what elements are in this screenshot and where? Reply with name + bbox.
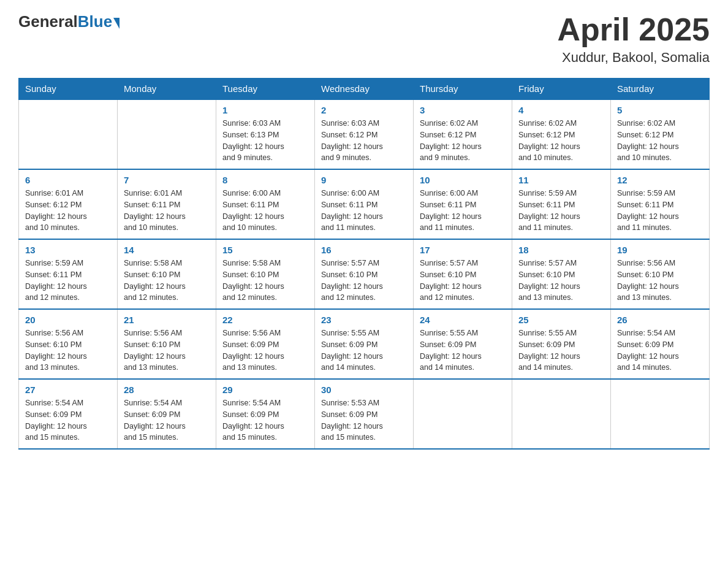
day-number-29: 29 [222, 385, 308, 395]
day-info-7: Sunrise: 6:01 AM Sunset: 6:11 PM Dayligh… [124, 188, 210, 234]
col-saturday: Saturday [611, 79, 710, 100]
day-number-1: 1 [222, 105, 308, 115]
day-number-27: 27 [25, 385, 111, 395]
day-number-8: 8 [222, 175, 308, 185]
day-info-24: Sunrise: 5:55 AM Sunset: 6:09 PM Dayligh… [420, 327, 506, 373]
day-number-14: 14 [124, 245, 210, 255]
day-number-22: 22 [222, 315, 308, 325]
calendar-cell-w1-d1 [118, 99, 216, 169]
calendar-cell-w1-d6: 5Sunrise: 6:02 AM Sunset: 6:12 PM Daylig… [611, 99, 710, 169]
calendar-cell-w4-d3: 23Sunrise: 5:55 AM Sunset: 6:09 PM Dayli… [315, 309, 414, 379]
day-info-25: Sunrise: 5:55 AM Sunset: 6:09 PM Dayligh… [518, 327, 604, 373]
day-info-16: Sunrise: 5:57 AM Sunset: 6:10 PM Dayligh… [321, 258, 407, 304]
day-number-11: 11 [518, 175, 604, 185]
calendar-cell-w2-d2: 8Sunrise: 6:00 AM Sunset: 6:11 PM Daylig… [216, 169, 315, 239]
day-info-2: Sunrise: 6:03 AM Sunset: 6:12 PM Dayligh… [321, 118, 407, 164]
calendar-week-row-5: 27Sunrise: 5:54 AM Sunset: 6:09 PM Dayli… [19, 379, 710, 449]
col-thursday: Thursday [414, 79, 512, 100]
calendar-cell-w4-d4: 24Sunrise: 5:55 AM Sunset: 6:09 PM Dayli… [414, 309, 512, 379]
day-info-15: Sunrise: 5:58 AM Sunset: 6:10 PM Dayligh… [222, 258, 308, 304]
calendar-cell-w4-d2: 22Sunrise: 5:56 AM Sunset: 6:09 PM Dayli… [216, 309, 315, 379]
day-number-12: 12 [617, 175, 703, 185]
location-subtitle: Xuddur, Bakool, Somalia [557, 50, 710, 66]
day-number-20: 20 [25, 315, 111, 325]
calendar-cell-w1-d2: 1Sunrise: 6:03 AM Sunset: 6:13 PM Daylig… [216, 99, 315, 169]
calendar-cell-w1-d5: 4Sunrise: 6:02 AM Sunset: 6:12 PM Daylig… [512, 99, 611, 169]
logo-blue-text: Blue [78, 12, 112, 31]
day-number-28: 28 [124, 385, 210, 395]
calendar-cell-w3-d0: 13Sunrise: 5:59 AM Sunset: 6:11 PM Dayli… [19, 239, 118, 309]
day-info-17: Sunrise: 5:57 AM Sunset: 6:10 PM Dayligh… [420, 258, 506, 304]
calendar-cell-w3-d6: 19Sunrise: 5:56 AM Sunset: 6:10 PM Dayli… [611, 239, 710, 309]
calendar-week-row-2: 6Sunrise: 6:01 AM Sunset: 6:12 PM Daylig… [19, 169, 710, 239]
day-info-6: Sunrise: 6:01 AM Sunset: 6:12 PM Dayligh… [25, 188, 111, 234]
calendar-cell-w5-d4 [414, 379, 512, 449]
day-info-3: Sunrise: 6:02 AM Sunset: 6:12 PM Dayligh… [420, 118, 506, 164]
day-number-7: 7 [124, 175, 210, 185]
day-number-25: 25 [518, 315, 604, 325]
col-monday: Monday [118, 79, 216, 100]
day-info-18: Sunrise: 5:57 AM Sunset: 6:10 PM Dayligh… [518, 258, 604, 304]
day-number-13: 13 [25, 245, 111, 255]
day-info-21: Sunrise: 5:56 AM Sunset: 6:10 PM Dayligh… [124, 327, 210, 373]
col-wednesday: Wednesday [315, 79, 414, 100]
day-info-9: Sunrise: 6:00 AM Sunset: 6:11 PM Dayligh… [321, 188, 407, 234]
calendar-week-row-1: 1Sunrise: 6:03 AM Sunset: 6:13 PM Daylig… [19, 99, 710, 169]
day-info-11: Sunrise: 5:59 AM Sunset: 6:11 PM Dayligh… [518, 188, 604, 234]
calendar-cell-w2-d0: 6Sunrise: 6:01 AM Sunset: 6:12 PM Daylig… [19, 169, 118, 239]
title-section: April 2025 Xuddur, Bakool, Somalia [557, 12, 710, 66]
calendar-cell-w4-d0: 20Sunrise: 5:56 AM Sunset: 6:10 PM Dayli… [19, 309, 118, 379]
col-sunday: Sunday [19, 79, 118, 100]
calendar-week-row-3: 13Sunrise: 5:59 AM Sunset: 6:11 PM Dayli… [19, 239, 710, 309]
calendar-cell-w5-d3: 30Sunrise: 5:53 AM Sunset: 6:09 PM Dayli… [315, 379, 414, 449]
calendar-cell-w5-d6 [611, 379, 710, 449]
day-info-20: Sunrise: 5:56 AM Sunset: 6:10 PM Dayligh… [25, 327, 111, 373]
calendar-header-row: Sunday Monday Tuesday Wednesday Thursday… [19, 79, 710, 100]
day-info-4: Sunrise: 6:02 AM Sunset: 6:12 PM Dayligh… [518, 118, 604, 164]
calendar-cell-w5-d2: 29Sunrise: 5:54 AM Sunset: 6:09 PM Dayli… [216, 379, 315, 449]
day-info-14: Sunrise: 5:58 AM Sunset: 6:10 PM Dayligh… [124, 258, 210, 304]
calendar-cell-w2-d3: 9Sunrise: 6:00 AM Sunset: 6:11 PM Daylig… [315, 169, 414, 239]
day-number-19: 19 [617, 245, 703, 255]
calendar-cell-w1-d3: 2Sunrise: 6:03 AM Sunset: 6:12 PM Daylig… [315, 99, 414, 169]
calendar-cell-w5-d0: 27Sunrise: 5:54 AM Sunset: 6:09 PM Dayli… [19, 379, 118, 449]
day-number-10: 10 [420, 175, 506, 185]
calendar-cell-w5-d1: 28Sunrise: 5:54 AM Sunset: 6:09 PM Dayli… [118, 379, 216, 449]
day-info-8: Sunrise: 6:00 AM Sunset: 6:11 PM Dayligh… [222, 188, 308, 234]
calendar-cell-w3-d4: 17Sunrise: 5:57 AM Sunset: 6:10 PM Dayli… [414, 239, 512, 309]
calendar-cell-w3-d5: 18Sunrise: 5:57 AM Sunset: 6:10 PM Dayli… [512, 239, 611, 309]
calendar-week-row-4: 20Sunrise: 5:56 AM Sunset: 6:10 PM Dayli… [19, 309, 710, 379]
day-info-19: Sunrise: 5:56 AM Sunset: 6:10 PM Dayligh… [617, 258, 703, 304]
day-number-2: 2 [321, 105, 407, 115]
logo-general-text: General [18, 12, 78, 31]
calendar-cell-w1-d4: 3Sunrise: 6:02 AM Sunset: 6:12 PM Daylig… [414, 99, 512, 169]
day-number-6: 6 [25, 175, 111, 185]
calendar-cell-w1-d0 [19, 99, 118, 169]
day-info-1: Sunrise: 6:03 AM Sunset: 6:13 PM Dayligh… [222, 118, 308, 164]
page-header: General Blue April 2025 Xuddur, Bakool, … [18, 12, 710, 66]
calendar-cell-w2-d5: 11Sunrise: 5:59 AM Sunset: 6:11 PM Dayli… [512, 169, 611, 239]
day-info-23: Sunrise: 5:55 AM Sunset: 6:09 PM Dayligh… [321, 327, 407, 373]
day-info-5: Sunrise: 6:02 AM Sunset: 6:12 PM Dayligh… [617, 118, 703, 164]
day-info-10: Sunrise: 6:00 AM Sunset: 6:11 PM Dayligh… [420, 188, 506, 234]
col-tuesday: Tuesday [216, 79, 315, 100]
day-number-21: 21 [124, 315, 210, 325]
day-number-16: 16 [321, 245, 407, 255]
col-friday: Friday [512, 79, 611, 100]
day-info-30: Sunrise: 5:53 AM Sunset: 6:09 PM Dayligh… [321, 397, 407, 443]
day-number-3: 3 [420, 105, 506, 115]
calendar-cell-w3-d1: 14Sunrise: 5:58 AM Sunset: 6:10 PM Dayli… [118, 239, 216, 309]
calendar-cell-w3-d3: 16Sunrise: 5:57 AM Sunset: 6:10 PM Dayli… [315, 239, 414, 309]
day-info-13: Sunrise: 5:59 AM Sunset: 6:11 PM Dayligh… [25, 258, 111, 304]
calendar-cell-w4-d5: 25Sunrise: 5:55 AM Sunset: 6:09 PM Dayli… [512, 309, 611, 379]
day-number-23: 23 [321, 315, 407, 325]
day-number-5: 5 [617, 105, 703, 115]
calendar-cell-w3-d2: 15Sunrise: 5:58 AM Sunset: 6:10 PM Dayli… [216, 239, 315, 309]
day-info-26: Sunrise: 5:54 AM Sunset: 6:09 PM Dayligh… [617, 327, 703, 373]
calendar-cell-w2-d6: 12Sunrise: 5:59 AM Sunset: 6:11 PM Dayli… [611, 169, 710, 239]
day-info-22: Sunrise: 5:56 AM Sunset: 6:09 PM Dayligh… [222, 327, 308, 373]
calendar-cell-w4-d1: 21Sunrise: 5:56 AM Sunset: 6:10 PM Dayli… [118, 309, 216, 379]
day-number-15: 15 [222, 245, 308, 255]
calendar-table: Sunday Monday Tuesday Wednesday Thursday… [18, 78, 710, 450]
calendar-cell-w2-d4: 10Sunrise: 6:00 AM Sunset: 6:11 PM Dayli… [414, 169, 512, 239]
